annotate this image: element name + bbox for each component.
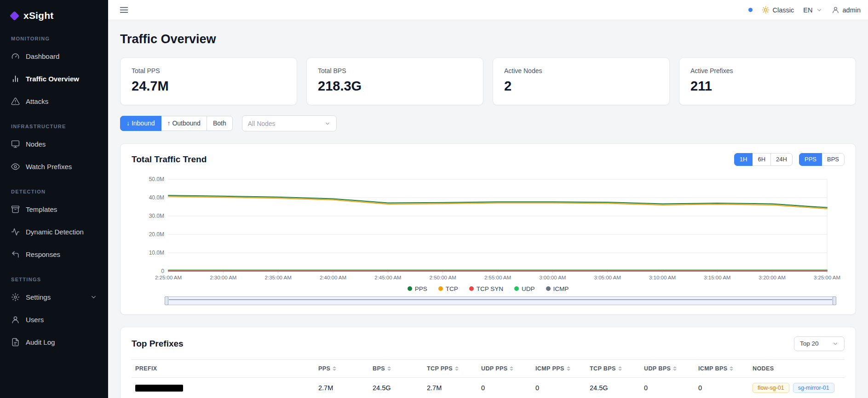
stat-label: Total BPS [318,67,472,74]
column-header-icmp-bps[interactable]: ICMP BPS [695,359,749,377]
legend-item-tcp-syn: TCP SYN [469,285,503,292]
column-header-udp-bps[interactable]: UDP BPS [640,359,695,377]
legend-label: PPS [415,285,427,292]
users-icon [11,315,20,324]
sidebar-item-users[interactable]: Users [0,308,108,331]
traffic-trend-title: Total Traffic Trend [132,154,207,165]
metric-cell: 24.5G [369,377,423,398]
dashboard-icon [11,52,20,61]
sidebar-item-label: Attacks [26,97,48,105]
svg-text:50.0M: 50.0M [149,176,164,182]
sidebar-item-label: Traffic Overview [26,75,79,83]
direction-toggle-group: ↓ Inbound↑ OutboundBoth [120,116,233,131]
sidebar-item-label: Users [26,316,44,324]
sidebar-item-watch-prefixes[interactable]: Watch Prefixes [0,155,108,178]
stat-card-active-nodes: Active Nodes 2 [493,57,670,105]
sidebar-item-dynamic-detection[interactable]: Dynamic Detection [0,221,108,243]
user-menu[interactable]: admin [832,6,861,14]
sidebar-toggle-button[interactable] [119,5,129,15]
sun-icon [762,6,770,14]
dynamic-detection-icon [11,227,20,236]
time-range-group: 1H6H24H [734,153,793,166]
page-content: Traffic Overview Total PPS 24.7M Total B… [108,20,868,398]
stats-row: Total PPS 24.7M Total BPS 218.3G Active … [120,57,856,105]
sort-icon [510,366,513,371]
range-24h-button[interactable]: 24H [770,153,793,166]
node-tag-sg-mirror-01[interactable]: sg-mirror-01 [793,383,834,393]
theme-switcher[interactable]: Classic [762,6,794,14]
topbar: Classic EN admin [108,0,868,20]
sidebar-item-label: Nodes [26,140,46,148]
svg-text:2:35:00 AM: 2:35:00 AM [265,275,292,280]
metric-cell: 2.7M [423,377,477,398]
chevron-down-icon [832,341,839,347]
sidebar-item-dashboard[interactable]: Dashboard [0,45,108,68]
stat-value: 2 [504,79,658,94]
legend-item-icmp: ICMP [546,285,569,292]
sidebar-item-label: Dynamic Detection [26,228,84,236]
stat-card-total-pps: Total PPS 24.7M [120,57,297,105]
stat-label: Total PPS [132,67,286,74]
sidebar-item-label: Templates [26,205,57,213]
svg-text:10.0M: 10.0M [149,250,164,256]
legend-item-tcp: TCP [438,285,458,292]
sidebar-item-label: Audit Log [26,338,55,346]
sidebar-item-nodes[interactable]: Nodes [0,133,108,155]
svg-text:3:15:00 AM: 3:15:00 AM [704,275,730,280]
direction-outbound-button[interactable]: ↑ Outbound [161,116,207,131]
sort-icon [618,366,622,371]
direction-both-button[interactable]: Both [207,116,233,131]
legend-label: TCP SYN [477,285,503,292]
traffic-trend-header: Total Traffic Trend 1H6H24H PPSBPS [132,153,845,166]
chart-brush[interactable] [165,296,836,305]
table-row[interactable]: 2.7M24.5G2.7M0024.5G00flow-sg-01sg-mirro… [132,377,845,398]
legend-dot [438,286,443,291]
column-header-icmp-pps[interactable]: ICMP PPS [532,359,586,377]
brush-handle-left[interactable] [165,296,168,305]
sidebar-nav: MONITORING Dashboard Traffic Overview At… [0,25,108,353]
nodes-icon [11,140,20,148]
prefix-cell [132,377,315,398]
series-tcp [168,196,827,208]
column-header-udp-pps[interactable]: UDP PPS [477,359,532,377]
unit-pps-button[interactable]: PPS [799,153,822,166]
language-selector[interactable]: EN [803,6,822,14]
chevron-down-icon [324,120,331,127]
direction-inbound-button[interactable]: ↓ Inbound [120,116,161,131]
topbar-right: Classic EN admin [748,6,861,14]
svg-text:3:20:00 AM: 3:20:00 AM [759,275,786,280]
filters-row: ↓ Inbound↑ OutboundBoth All Nodes [120,115,856,131]
column-header-pps[interactable]: PPS [315,359,369,377]
sidebar-item-responses[interactable]: Responses [0,243,108,266]
sidebar-item-label: Watch Prefixes [26,163,72,171]
sidebar-item-label: Settings [26,293,51,301]
sidebar-section-detection: DETECTION [0,178,108,198]
sidebar-item-traffic-overview[interactable]: Traffic Overview [0,68,108,90]
nodes-select[interactable]: All Nodes [242,115,337,131]
metric-cell: 24.5G [586,377,640,398]
top-count-select[interactable]: Top 20 [794,336,845,351]
metric-cell: 0 [532,377,586,398]
sidebar-section-monitoring: MONITORING [0,25,108,45]
brush-handle-right[interactable] [833,296,836,305]
attacks-icon [11,97,20,106]
sidebar-item-settings[interactable]: Settings [0,286,108,308]
column-header-bps[interactable]: BPS [369,359,423,377]
traffic-overview-icon [11,74,20,83]
node-tag-flow-sg-01[interactable]: flow-sg-01 [753,383,789,393]
top-prefixes-table: PREFIX PPS BPS TCP PPS UDP PPS ICMP PPS … [132,359,845,398]
sidebar-section-settings: SETTINGS [0,266,108,286]
column-header-tcp-pps[interactable]: TCP PPS [423,359,477,377]
unit-bps-button[interactable]: BPS [822,153,845,166]
sidebar-item-attacks[interactable]: Attacks [0,90,108,113]
range-1h-button[interactable]: 1H [734,153,753,166]
traffic-trend-chart[interactable]: 010.0M20.0M30.0M40.0M50.0M2:25:00 AM2:30… [132,172,845,284]
range-6h-button[interactable]: 6H [752,153,771,166]
app-logo[interactable]: xSight [0,0,108,25]
sidebar-item-audit-log[interactable]: Audit Log [0,331,108,353]
svg-text:3:05:00 AM: 3:05:00 AM [594,275,621,280]
column-header-tcp-bps[interactable]: TCP BPS [586,359,640,377]
svg-text:20.0M: 20.0M [149,231,164,238]
sidebar-item-templates[interactable]: Templates [0,198,108,221]
page-title: Traffic Overview [120,32,856,46]
